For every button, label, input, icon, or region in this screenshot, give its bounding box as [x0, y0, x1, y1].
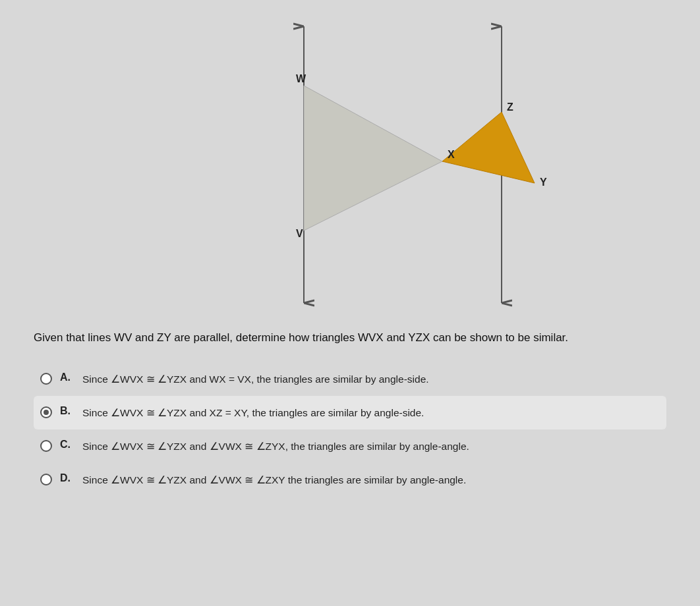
option-label-D: D.: [60, 472, 74, 484]
label-Z: Z: [507, 101, 513, 113]
option-row-A[interactable]: A. Since ∠WVX ≅ ∠YZX and WX = VX, the tr…: [34, 362, 666, 396]
radio-A[interactable]: [40, 373, 52, 385]
option-row-D[interactable]: D. Since ∠WVX ≅ ∠YZX and ∠VWX ≅ ∠ZXY the…: [34, 463, 666, 497]
option-row-B[interactable]: B. Since ∠WVX ≅ ∠YZX and XZ = XY, the tr…: [34, 396, 666, 429]
option-text-D: Since ∠WVX ≅ ∠YZX and ∠VWX ≅ ∠ZXY the tr…: [82, 472, 466, 487]
option-label-C: C.: [60, 439, 74, 451]
label-W: W: [296, 73, 306, 84]
triangle-wvx: [304, 86, 442, 231]
geometry-diagram: W V X Z Y: [126, 20, 574, 310]
radio-C[interactable]: [40, 440, 52, 452]
triangle-yzx: [442, 112, 535, 183]
question-text: Given that lines WV and ZY are parallel,…: [34, 329, 666, 346]
diagram-area: W V X Z Y: [26, 13, 674, 310]
option-label-A: A.: [60, 372, 74, 383]
label-Y: Y: [540, 177, 547, 188]
label-X: X: [448, 149, 455, 160]
option-text-A: Since ∠WVX ≅ ∠YZX and WX = VX, the trian…: [82, 372, 429, 387]
option-label-B: B.: [60, 405, 74, 417]
radio-B[interactable]: [40, 406, 52, 418]
option-text-B: Since ∠WVX ≅ ∠YZX and XZ = XY, the trian…: [82, 405, 424, 420]
label-V: V: [296, 228, 303, 239]
radio-D[interactable]: [40, 474, 52, 485]
option-text-C: Since ∠WVX ≅ ∠YZX and ∠VWX ≅ ∠ZYX, the t…: [82, 439, 469, 454]
option-row-C[interactable]: C. Since ∠WVX ≅ ∠YZX and ∠VWX ≅ ∠ZYX, th…: [34, 429, 666, 463]
options-list: A. Since ∠WVX ≅ ∠YZX and WX = VX, the tr…: [34, 362, 666, 497]
